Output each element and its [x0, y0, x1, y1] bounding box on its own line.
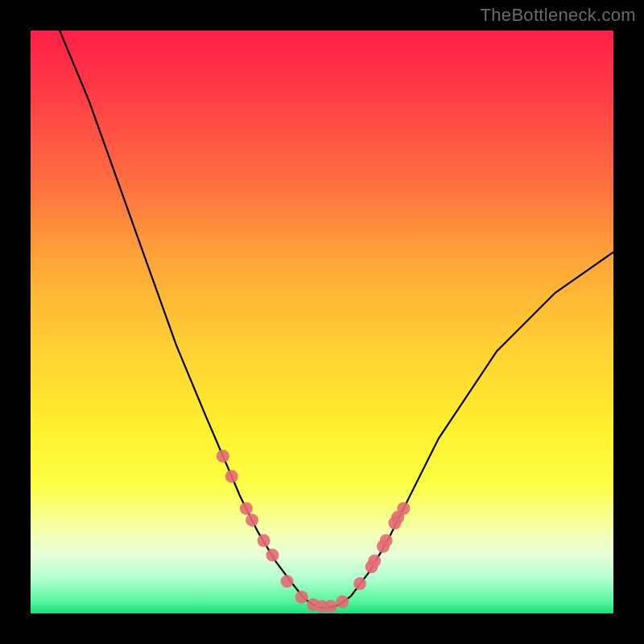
marker-point	[225, 470, 238, 483]
marker-point	[353, 577, 366, 590]
marker-point	[336, 596, 349, 609]
marker-point	[258, 535, 270, 547]
chart-frame: TheBottleneck.com	[0, 0, 644, 644]
marker-point	[240, 502, 253, 515]
marker-point	[281, 575, 294, 588]
marker-point	[217, 450, 229, 463]
marker-group	[217, 450, 410, 613]
watermark-text: TheBottleneck.com	[481, 5, 636, 26]
marker-point	[380, 535, 393, 547]
marker-point	[295, 591, 308, 604]
marker-point	[324, 600, 337, 613]
chart-svg	[31, 31, 613, 613]
marker-point	[397, 502, 410, 515]
marker-point	[266, 549, 279, 562]
chart-plot-area	[31, 31, 613, 613]
bottleneck-curve	[60, 31, 613, 608]
marker-point	[246, 514, 258, 526]
marker-point	[368, 555, 381, 568]
